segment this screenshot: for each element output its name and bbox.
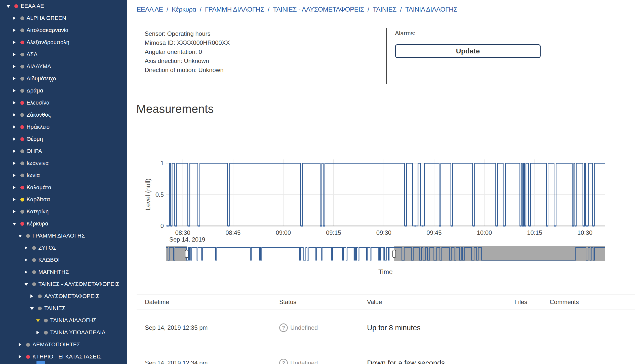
sidebar-item[interactable]: ΤΑΙΝΙΑ ΥΠΟΔΑΠΕΔΙΑ	[0, 326, 127, 339]
sidebar-item[interactable]: ΘΗΡΑ	[0, 145, 127, 157]
caret-right-icon[interactable]	[13, 41, 16, 44]
sidebar-item-label: ΖΥΓΟΣ	[38, 245, 57, 251]
sidebar-item-label: ΤΑΙΝΙΑ ΔΙΑΛΟΓΗΣ	[50, 317, 97, 324]
sidebar-item[interactable]: Αλεξανδρούπολη	[0, 36, 127, 48]
caret-right-icon[interactable]	[13, 125, 16, 129]
status-dot-gray	[20, 174, 24, 177]
breadcrumb-item[interactable]: ΓΡΑΜΜΗ ΔΙΑΛΟΓΗΣ	[205, 6, 264, 13]
breadcrumb-item[interactable]: ΤΑΙΝΙΕΣ	[373, 6, 396, 13]
caret-right-icon[interactable]	[24, 270, 28, 274]
sidebar-item-label: Καρδίτσα	[27, 196, 50, 203]
status-dot-red	[26, 355, 30, 359]
update-button[interactable]: Update	[395, 44, 541, 58]
caret-down-icon[interactable]	[18, 234, 22, 238]
sidebar-item[interactable]: Ζάκυνθος	[0, 109, 127, 121]
sidebar-item[interactable]: Ελευσίνα	[0, 97, 127, 109]
sidebar-item[interactable]: ΤΑΙΝΙΕΣ	[0, 302, 127, 314]
sidebar-item[interactable]: Καλαμάτα	[0, 181, 127, 193]
status-dot-red	[20, 125, 24, 129]
status-dot-red	[20, 137, 24, 141]
caret-right-icon[interactable]	[18, 343, 22, 346]
sidebar-item[interactable]: ΑΣΑ	[0, 48, 127, 60]
caret-right-icon[interactable]	[13, 101, 16, 105]
sidebar-item-label: Ηράκλειο	[27, 124, 50, 130]
chart-navigator[interactable]	[137, 246, 644, 263]
column-header-status: Status	[279, 299, 296, 306]
caret-right-icon[interactable]	[13, 77, 16, 80]
table-row[interactable]: Sep 14, 2019 12:35 pm?UndefinedUp for 8 …	[137, 310, 635, 345]
status-dot-red	[20, 222, 24, 226]
caret-right-icon[interactable]	[18, 355, 22, 358]
measurements-chart[interactable]: 08:3008:4509:0009:1509:3009:4510:0010:15…	[137, 156, 644, 244]
caret-right-icon[interactable]	[13, 174, 16, 177]
caret-down-icon[interactable]	[13, 222, 16, 225]
caret-right-icon[interactable]	[13, 161, 16, 165]
breadcrumb: ΕΕΑΑ ΑΕ/Κέρκυρα/ΓΡΑΜΜΗ ΔΙΑΛΟΓΗΣ/ΤΑΙΝΙΕΣ …	[137, 6, 457, 13]
breadcrumb-item[interactable]: ΤΑΙΝΙΑ ΔΙΑΛΟΓΗΣ	[405, 6, 457, 13]
sidebar-item[interactable]: ΤΑΙΝΙΑ ΔΙΑΛΟΓΗΣ	[0, 314, 127, 326]
caret-right-icon[interactable]	[30, 294, 33, 298]
navigator-handle-left[interactable]	[185, 250, 188, 258]
navigator-mask-right	[394, 246, 605, 261]
sidebar-item[interactable]: Ιωνία	[0, 169, 127, 181]
sidebar-item[interactable]: ΚΤΗΡΙΟ - ΕΓΚΑΤΑΣΤΑΣΕΙΣ	[0, 351, 127, 363]
x-axis-date-label: Sep 14, 2019	[169, 236, 205, 243]
sensor-info-line: Angular orientation: 0	[145, 47, 230, 56]
row-status: ?Undefined	[279, 359, 318, 364]
caret-right-icon[interactable]	[13, 89, 16, 92]
sidebar-item[interactable]: Αιτολοακαρνανία	[0, 24, 127, 36]
caret-right-icon[interactable]	[13, 53, 16, 56]
sidebar-item[interactable]: Κέρκυρα	[0, 218, 127, 230]
caret-right-icon[interactable]	[13, 28, 16, 32]
caret-right-icon[interactable]	[13, 210, 16, 213]
navigator-handle-right[interactable]	[393, 250, 396, 258]
status-dot-gray	[20, 28, 24, 32]
sidebar-item[interactable]: Ιωάννινα	[0, 157, 127, 169]
sidebar-item[interactable]: Καρδίτσα	[0, 193, 127, 206]
sidebar-item[interactable]: ΕΕΑΑ ΑΕ	[0, 0, 127, 12]
caret-down-icon[interactable]	[24, 282, 28, 286]
caret-right-icon[interactable]	[13, 149, 16, 153]
caret-down-icon[interactable]	[30, 307, 33, 310]
sidebar-item-label: ΤΑΙΝΙΑ ΥΠΟΔΑΠΕΔΙΑ	[50, 329, 106, 336]
sidebar-item[interactable]: ΜΑΓΝΗΤΗΣ	[0, 266, 127, 278]
sidebar-item-label: Κέρκυρα	[27, 220, 49, 227]
sidebar-item[interactable]: Ηράκλειο	[0, 121, 127, 133]
caret-right-icon[interactable]	[13, 113, 16, 117]
caret-right-icon[interactable]	[24, 246, 28, 250]
caret-right-icon[interactable]	[13, 198, 16, 201]
sidebar-item[interactable]: Κατερίνη	[0, 206, 127, 218]
breadcrumb-item[interactable]: ΤΑΙΝΙΕΣ - ΑΛΥΣΟΜΕΤΑΦΟΡΕΙΣ	[273, 6, 364, 13]
sidebar-item[interactable]: ΤΑΙΝΙΕΣ - ΑΛΥΣΟΜΕΤΑΦΟΡΕΙΣ	[0, 278, 127, 290]
caret-down-icon[interactable]	[36, 319, 39, 322]
sidebar-item[interactable]: Διδυμότειχο	[0, 73, 127, 85]
sidebar-item[interactable]: Δράμα	[0, 85, 127, 97]
x-tick-label: 09:00	[276, 229, 291, 236]
sidebar-item[interactable]: ΔΕΜΑΤΟΠΟΙΗΤΕΣ	[0, 339, 127, 351]
caret-right-icon[interactable]	[24, 258, 28, 262]
sidebar-item[interactable]: ΑΛΥΣΟΜΕΤΑΦΟΡΕΙΣ	[0, 290, 127, 302]
caret-right-icon[interactable]	[13, 137, 16, 141]
sidebar-item[interactable]: ΚΛΩΒΟΙ	[0, 254, 127, 266]
caret-right-icon[interactable]	[13, 186, 16, 189]
sidebar-item-label: Ιωάννινα	[27, 160, 49, 167]
caret-down-icon[interactable]	[7, 4, 10, 8]
table-row[interactable]: Sep 14, 2019 12:34 pm?UndefinedDown for …	[137, 345, 635, 364]
sidebar-item-label: ΘΗΡΑ	[27, 148, 42, 154]
row-datetime: Sep 14, 2019 12:34 pm	[145, 359, 208, 364]
caret-right-icon[interactable]	[13, 65, 16, 68]
status-dot-gray	[32, 282, 36, 286]
sidebar-item[interactable]: ΔΙΑΔΥΜΑ	[0, 60, 127, 73]
breadcrumb-item[interactable]: ΕΕΑΑ ΑΕ	[137, 6, 163, 13]
caret-right-icon[interactable]	[13, 16, 16, 20]
status-dot-gray	[20, 16, 24, 20]
sidebar-item[interactable]: ΖΥΓΟΣ	[0, 242, 127, 254]
sidebar-item[interactable]: ΓΡΑΜΜΗ ΔΙΑΛΟΓΗΣ	[0, 230, 127, 242]
question-circle-icon: ?	[279, 323, 288, 332]
sidebar-item[interactable]: Θέρμη	[0, 133, 127, 145]
sidebar-item-label: Αλεξανδρούπολη	[27, 39, 69, 46]
caret-right-icon[interactable]	[36, 331, 39, 334]
breadcrumb-item[interactable]: Κέρκυρα	[172, 6, 196, 13]
status-dot-gray	[32, 246, 36, 250]
sidebar-item[interactable]: ALPHA GREEN	[0, 12, 127, 24]
